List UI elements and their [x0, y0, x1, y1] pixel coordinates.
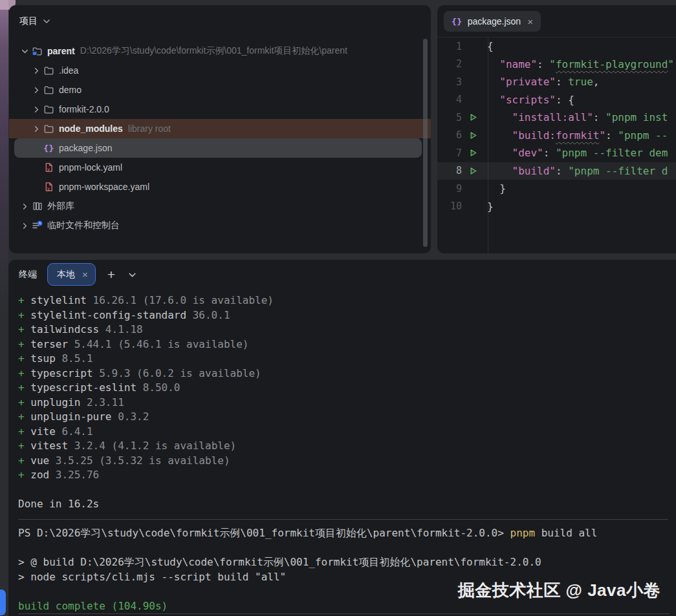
- tree-item-label: demo: [59, 85, 82, 95]
- line-number: 6: [437, 129, 464, 141]
- terminal-line: + typescript 5.9.3 (6.0.2 is available): [18, 366, 676, 381]
- editor-line: 3 "private": true,: [437, 73, 676, 91]
- code-text[interactable]: "private": true,: [481, 76, 599, 88]
- terminal-header: 终端 本地 × +: [8, 260, 676, 289]
- ide-window: 项目 parent D:\2026学习\study\code\formkit示例…: [0, 0, 676, 616]
- svg-text:y: y: [47, 166, 50, 172]
- terminal-line: + unplugin 2.3.11: [18, 396, 676, 410]
- tree-row[interactable]: node_modules library root: [9, 119, 431, 138]
- tree-item-label: .idea: [59, 65, 78, 76]
- tree-row[interactable]: 临时文件和控制台: [9, 216, 431, 235]
- chevron-down-icon[interactable]: [19, 46, 30, 56]
- terminal-output[interactable]: + stylelint 16.26.1 (17.6.0 is available…: [8, 289, 676, 616]
- new-terminal-icon[interactable]: +: [106, 268, 116, 281]
- editor-line: 2 "name": "formkit-playground",: [437, 56, 676, 74]
- project-tool-window: 项目 parent D:\2026学习\study\code\formkit示例…: [9, 5, 431, 253]
- tree-row[interactable]: .idea: [9, 61, 431, 80]
- stripe-button[interactable]: [0, 589, 6, 615]
- divider: [18, 613, 670, 614]
- terminal-line: > @ build D:\2026学习\study\code\formkit示例…: [18, 555, 676, 570]
- tree-item-suffix: library root: [128, 123, 171, 134]
- code-text[interactable]: "name": "formkit-playground",: [481, 58, 676, 70]
- code-lines: 1 { 2 "name": "formkit-playground", 3 "p…: [437, 37, 676, 215]
- project-panel-header[interactable]: 项目: [9, 5, 431, 37]
- close-icon[interactable]: ×: [81, 270, 89, 279]
- editor-tab-label: package.json: [468, 16, 521, 27]
- code-text[interactable]: "dev": "pnpm --filter dem: [481, 147, 668, 159]
- tree-item-label: 临时文件和控制台: [47, 220, 120, 231]
- code-text[interactable]: "build": "pnpm --filter d: [481, 165, 668, 177]
- terminal-line: PS D:\2026学习\study\code\formkit示例\001_fo…: [18, 526, 676, 541]
- chevron-right-icon[interactable]: [19, 220, 30, 231]
- chevron-right-icon[interactable]: [31, 123, 41, 134]
- tree-row[interactable]: y pnpm-lock.yaml: [9, 158, 431, 177]
- watermark: 掘金技术社区 @ Java小卷: [458, 579, 660, 602]
- project-folder-icon: [31, 46, 43, 57]
- terminal-tool-window: 终端 本地 × + + stylelint 16.26.1 (17.6.0 is…: [8, 260, 676, 616]
- editor-tab-package-json[interactable]: {} package.json ×: [444, 11, 541, 32]
- library-icon: [31, 201, 43, 212]
- line-number: 4: [437, 94, 464, 105]
- folder-icon: [43, 85, 55, 96]
- terminal-line: + unplugin-pure 0.3.2: [18, 410, 676, 425]
- terminal-line: + zod 3.25.76: [18, 468, 676, 483]
- scrollbar[interactable]: [423, 39, 428, 247]
- run-icon[interactable]: [464, 112, 481, 122]
- chevron-right-icon[interactable]: [19, 201, 30, 211]
- code-text[interactable]: }: [481, 182, 506, 195]
- line-number: 1: [437, 41, 464, 52]
- folder-icon: [43, 104, 55, 115]
- run-icon[interactable]: [464, 131, 481, 140]
- tree-item-label: pnpm-lock.yaml: [59, 162, 122, 173]
- editor: {} package.json × 1 { 2 "name": "formkit…: [437, 5, 676, 253]
- run-icon[interactable]: [464, 148, 481, 158]
- tree-row[interactable]: {} package.json: [14, 138, 422, 158]
- tree-row[interactable]: demo: [9, 80, 431, 100]
- terminal-line: + tsup 8.5.1: [18, 352, 676, 366]
- editor-line: 7 "dev": "pnpm --filter dem: [437, 144, 676, 162]
- terminal-line: [18, 483, 676, 498]
- terminal-line: + vitest 3.2.4 (4.1.2 is available): [18, 439, 676, 454]
- background-strip: [0, 0, 8, 388]
- folder-icon: [43, 65, 55, 76]
- chevron-right-icon[interactable]: [31, 104, 41, 114]
- line-number: 7: [437, 147, 464, 159]
- tree-row[interactable]: 外部库: [9, 196, 431, 216]
- chevron-right-icon[interactable]: [31, 85, 41, 95]
- terminal-line: [18, 541, 676, 556]
- code-text[interactable]: "install:all": "pnpm inst: [481, 111, 668, 123]
- json-icon: {}: [452, 17, 463, 26]
- line-number: 8: [437, 165, 464, 176]
- code-text[interactable]: {: [481, 40, 494, 52]
- code-area[interactable]: 1 { 2 "name": "formkit-playground", 3 "p…: [437, 37, 676, 253]
- tree-item-label: parent: [47, 46, 75, 56]
- editor-line: 5 "install:all": "pnpm inst: [437, 109, 676, 127]
- terminal-line: + stylelint-config-standard 36.0.1: [18, 308, 676, 323]
- code-text[interactable]: }: [481, 200, 494, 213]
- line-number: 3: [437, 76, 464, 88]
- tree-row[interactable]: y pnpm-workspace.yaml: [9, 177, 431, 196]
- tree-item-label: formkit-2.0.0: [59, 104, 109, 114]
- chevron-down-icon[interactable]: [127, 268, 138, 281]
- terminal-tab-local[interactable]: 本地 ×: [47, 263, 96, 286]
- editor-line: 9 }: [437, 180, 676, 198]
- tree-item-suffix: D:\2026学习\study\code\formkit示例\001_formk…: [80, 45, 347, 57]
- run-icon[interactable]: [464, 166, 481, 176]
- terminal-line: + vite 6.4.1: [18, 425, 676, 440]
- editor-line: 4 "scripts": {: [437, 91, 676, 109]
- chevron-icon: [31, 182, 41, 192]
- tree-item-label: pnpm-workspace.yaml: [59, 182, 149, 192]
- tree-row[interactable]: formkit-2.0.0: [9, 100, 431, 119]
- code-text[interactable]: "build:formkit": "pnpm --: [481, 129, 668, 142]
- chevron-down-icon[interactable]: [41, 16, 52, 27]
- chevron-right-icon[interactable]: [31, 65, 41, 76]
- terminal-tab-label: 本地: [57, 269, 75, 281]
- terminal-line: + tailwindcss 4.1.18: [18, 323, 676, 337]
- yaml-icon: y: [43, 162, 55, 173]
- editor-line: 10 }: [437, 198, 676, 216]
- terminal-line: + terser 5.44.1 (5.46.1 is available): [18, 337, 676, 352]
- code-text[interactable]: "scripts": {: [481, 94, 574, 106]
- tree-row[interactable]: parent D:\2026学习\study\code\formkit示例\00…: [9, 41, 431, 61]
- line-number: 9: [437, 183, 464, 195]
- close-icon[interactable]: ×: [526, 17, 534, 27]
